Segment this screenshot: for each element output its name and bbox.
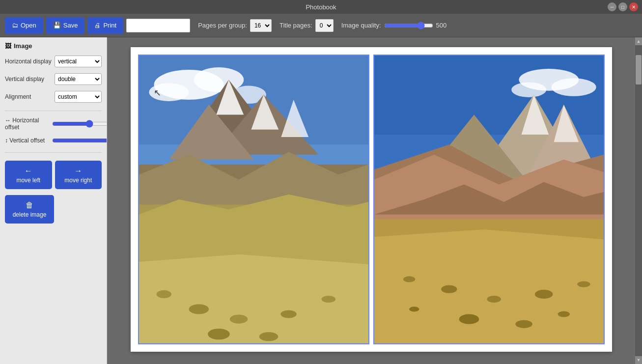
svg-point-40 xyxy=(403,276,415,282)
pages-per-group-select[interactable]: 16 8 24 32 xyxy=(250,19,272,32)
open-icon: 🗂 xyxy=(12,22,18,29)
save-icon: 💾 xyxy=(53,22,61,29)
svg-point-45 xyxy=(459,314,479,324)
close-button[interactable]: ✕ xyxy=(629,2,638,11)
mountain-image-left xyxy=(139,56,368,343)
svg-point-20 xyxy=(229,315,248,324)
titlebar: Photobook ─ □ ✕ xyxy=(0,0,642,14)
horizontal-display-select[interactable]: vertical horizontal xyxy=(55,56,102,67)
print-icon: 🖨 xyxy=(94,22,101,29)
svg-point-23 xyxy=(208,329,230,339)
vertical-offset-label: ↕ Vertical offset xyxy=(5,137,49,144)
alignment-row: Alignment left center right custom xyxy=(5,91,102,103)
vertical-offset-row: ↕ Vertical offset xyxy=(5,137,102,144)
horizontal-display-label: Horizontal display xyxy=(5,58,55,65)
vertical-display-select[interactable]: single double triple xyxy=(55,73,102,85)
photo-slot-left[interactable]: ↖ xyxy=(138,55,369,344)
image-section-icon: 🖼 xyxy=(5,42,11,50)
delete-icon: 🗑 xyxy=(26,201,33,210)
print-label: Print xyxy=(103,22,116,29)
svg-point-24 xyxy=(259,332,278,341)
save-button[interactable]: 💾 Save xyxy=(46,17,85,34)
open-button[interactable]: 🗂 Open xyxy=(5,17,43,34)
horizontal-display-row: Horizontal display vertical horizontal xyxy=(5,56,102,67)
open-label: Open xyxy=(21,22,36,29)
move-left-label: move left xyxy=(16,177,40,184)
project-name-input[interactable]: Mendoza 2019 xyxy=(126,19,190,32)
move-left-button[interactable]: ← move left xyxy=(5,161,52,189)
save-label: Save xyxy=(63,22,78,29)
vertical-offset-slider[interactable] xyxy=(52,137,107,144)
svg-point-21 xyxy=(280,310,296,318)
pages-per-group-label: Pages per group: xyxy=(198,22,247,29)
horizontal-offset-row: ↔ Horizontal offset xyxy=(5,117,102,131)
svg-point-41 xyxy=(441,285,457,293)
print-button[interactable]: 🖨 Print xyxy=(87,17,123,34)
svg-point-44 xyxy=(577,281,590,287)
image-quality-label: Image quality: xyxy=(341,22,381,29)
svg-point-19 xyxy=(189,304,209,314)
window-controls: ─ □ ✕ xyxy=(608,2,638,11)
svg-point-29 xyxy=(511,82,546,97)
photo-slot-right[interactable] xyxy=(373,55,605,344)
vertical-display-row: Vertical display single double triple xyxy=(5,73,102,85)
app-title: Photobook xyxy=(306,3,336,11)
scroll-up-arrow[interactable]: ▲ xyxy=(635,37,642,45)
divider-2 xyxy=(5,152,102,153)
title-pages-label: Title pages: xyxy=(279,22,312,29)
main-area: 🖼 Image Horizontal display vertical hori… xyxy=(0,37,642,364)
svg-point-18 xyxy=(156,290,171,298)
svg-point-46 xyxy=(515,320,532,328)
horizontal-offset-slider[interactable] xyxy=(52,120,107,128)
scroll-thumb[interactable] xyxy=(636,55,642,84)
title-pages-select[interactable]: 0 1 2 xyxy=(315,19,334,32)
image-quality-slider[interactable] xyxy=(384,22,433,29)
delete-image-button[interactable]: 🗑 delete image xyxy=(5,195,54,224)
minimize-button[interactable]: ─ xyxy=(608,2,616,11)
move-left-icon: ← xyxy=(25,167,32,175)
delete-image-label: delete image xyxy=(13,211,47,218)
vertical-display-label: Vertical display xyxy=(5,76,55,83)
svg-point-22 xyxy=(321,296,335,303)
horizontal-offset-label: ↔ Horizontal offset xyxy=(5,117,49,131)
alignment-label: Alignment xyxy=(5,93,55,100)
scroll-track[interactable] xyxy=(635,45,642,356)
move-right-button[interactable]: → move right xyxy=(55,161,102,189)
sidebar-title-text: Image xyxy=(14,42,32,50)
divider-1 xyxy=(5,111,102,111)
canvas-area[interactable]: ↖ xyxy=(107,37,635,364)
svg-point-28 xyxy=(551,78,596,96)
maximize-button[interactable]: □ xyxy=(618,2,627,11)
move-buttons: ← move left → move right xyxy=(5,161,102,189)
mountain-image-right xyxy=(374,56,604,343)
scrollbar-right[interactable]: ▲ ▼ xyxy=(635,37,642,364)
image-quality-value: 500 xyxy=(436,22,447,29)
sidebar-section-title: 🖼 Image xyxy=(5,42,102,50)
sidebar: 🖼 Image Horizontal display vertical hori… xyxy=(0,37,107,364)
svg-point-42 xyxy=(487,296,501,303)
move-right-label: move right xyxy=(64,177,92,184)
svg-point-47 xyxy=(409,307,419,311)
svg-point-43 xyxy=(534,290,553,299)
move-right-icon: → xyxy=(74,167,82,175)
toolbar: 🗂 Open 💾 Save 🖨 Print Mendoza 2019 Pages… xyxy=(0,14,642,37)
scroll-down-arrow[interactable]: ▼ xyxy=(635,356,642,364)
svg-point-4 xyxy=(149,83,189,101)
alignment-select[interactable]: left center right custom xyxy=(55,91,102,103)
page-canvas: ↖ xyxy=(131,47,612,352)
svg-point-48 xyxy=(558,311,569,317)
